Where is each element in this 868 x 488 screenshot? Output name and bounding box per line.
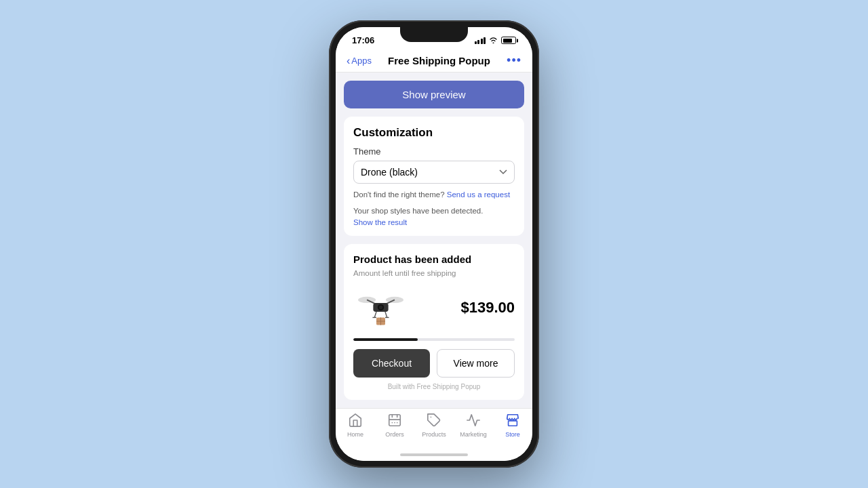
progress-bar-fill xyxy=(353,338,418,341)
theme-label: Theme xyxy=(353,146,515,157)
product-added-title: Product has been added xyxy=(353,253,515,265)
phone-frame: 17:06 xyxy=(329,20,539,468)
tab-marketing-label: Marketing xyxy=(460,431,487,438)
back-label: Apps xyxy=(351,56,372,66)
tab-orders-label: Orders xyxy=(385,431,404,438)
phone-screen: 17:06 xyxy=(336,27,532,461)
svg-rect-14 xyxy=(389,415,401,426)
customization-section: Customization Theme Drone (black) Drone … xyxy=(344,117,524,236)
tab-home[interactable]: Home xyxy=(336,413,375,438)
tab-orders[interactable]: Orders xyxy=(375,413,414,438)
view-more-button[interactable]: View more xyxy=(437,349,515,378)
back-chevron-icon: ‹ xyxy=(347,55,350,67)
tab-home-label: Home xyxy=(347,431,363,438)
show-result-link[interactable]: Show the result xyxy=(353,218,515,226)
checkout-button[interactable]: Checkout xyxy=(353,349,430,378)
send-request-link[interactable]: Send us a request xyxy=(447,190,510,199)
tab-marketing[interactable]: Marketing xyxy=(454,413,493,438)
svg-point-1 xyxy=(385,297,403,303)
built-with-text: Built with Free Shipping Popup xyxy=(353,383,515,390)
store-icon xyxy=(505,413,520,430)
theme-select[interactable]: Drone (black) Drone (white) Classic xyxy=(353,161,515,184)
home-bar xyxy=(400,453,468,456)
battery-icon xyxy=(501,37,516,44)
tab-products[interactable]: Products xyxy=(414,413,454,438)
home-icon xyxy=(348,413,363,430)
shop-styles-text: Your shop styles have been detected. xyxy=(353,205,515,217)
svg-point-0 xyxy=(358,297,376,303)
notch xyxy=(400,27,468,42)
tab-store[interactable]: Store xyxy=(493,413,532,438)
tab-bar: Home Orders xyxy=(336,408,532,449)
marketing-icon xyxy=(466,413,481,430)
status-icons xyxy=(475,37,517,45)
progress-bar-container xyxy=(353,338,515,341)
home-indicator xyxy=(336,449,532,461)
tab-products-label: Products xyxy=(422,431,446,438)
amount-label: Amount left until free shipping xyxy=(353,269,515,277)
tab-store-label: Store xyxy=(505,431,520,438)
show-preview-button[interactable]: Show preview xyxy=(344,81,524,108)
signal-bars xyxy=(475,37,486,44)
svg-line-8 xyxy=(385,312,387,317)
products-icon xyxy=(427,413,441,430)
orders-icon xyxy=(387,413,402,430)
product-card: Product has been added Amount left until… xyxy=(344,244,524,400)
page-title: Free Shipping Popup xyxy=(372,55,507,66)
main-content: Show preview Customization Theme Drone (… xyxy=(336,73,532,408)
svg-point-6 xyxy=(378,306,382,310)
customization-title: Customization xyxy=(353,126,515,140)
theme-helper-text: Don't find the right theme? Send us a re… xyxy=(353,189,515,200)
svg-rect-16 xyxy=(509,421,517,426)
drone-icon xyxy=(355,286,406,330)
more-options-button[interactable]: ••• xyxy=(507,54,521,68)
drone-illustration xyxy=(353,284,408,331)
svg-line-7 xyxy=(374,312,376,317)
wifi-icon xyxy=(489,37,498,45)
action-buttons: Checkout View more xyxy=(353,349,515,378)
price-text: $139.00 xyxy=(460,299,515,317)
product-area: $139.00 xyxy=(353,284,515,331)
back-button[interactable]: ‹ Apps xyxy=(347,55,372,67)
navigation-bar: ‹ Apps Free Shipping Popup ••• xyxy=(336,48,532,73)
status-time: 17:06 xyxy=(352,35,374,45)
